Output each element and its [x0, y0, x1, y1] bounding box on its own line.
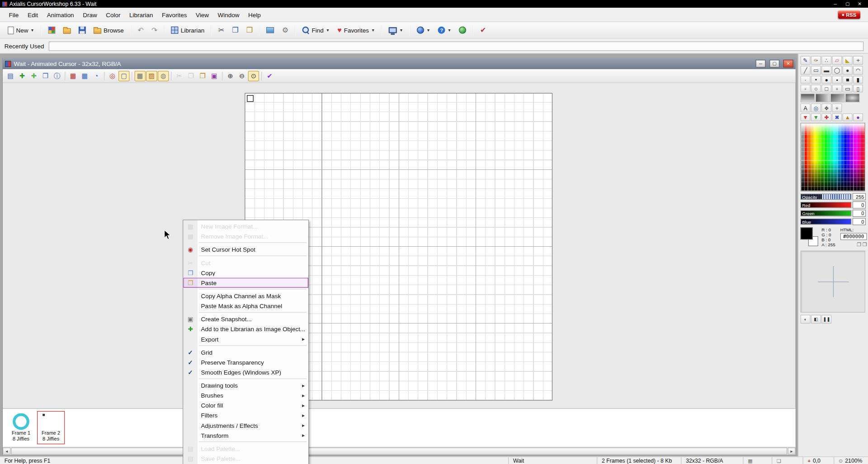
verify-button[interactable]: ✔ [477, 24, 490, 36]
menu-remove-image-format[interactable]: ▦ ✓ Remove Image Format... ► [183, 231, 308, 241]
eraser-tool[interactable]: ▱ [832, 56, 842, 65]
size-option-4[interactable]: ▪ [832, 76, 842, 84]
filled-rectangle-tool[interactable]: ▬ [821, 66, 831, 75]
zoom-fit-button[interactable]: ⊙ [248, 70, 259, 81]
fill-tool[interactable]: ◣ [843, 56, 853, 65]
find-button[interactable]: Find ▼ [299, 24, 333, 36]
menu-set-cursor-hot-spot[interactable]: ◉ ✓ Set Cursor Hot Spot ► [183, 244, 308, 254]
browse-button[interactable]: Browse [90, 24, 127, 36]
menu-new-image-format[interactable]: ▦ ✓ New Image Format... ► [183, 221, 308, 231]
document-maximize-button[interactable]: ▢ [769, 60, 779, 67]
menu-adjustments-effects[interactable]: ✓ Adjustments / Effects ► [183, 421, 308, 431]
menubar-item[interactable]: Draw [78, 9, 101, 20]
paste-button[interactable]: ❐ [243, 24, 256, 36]
menu-grid[interactable]: ✓ Grid ► [183, 347, 308, 357]
shape-option-1[interactable]: ◦ [801, 84, 811, 92]
channel-slider[interactable]: Blue [801, 219, 852, 225]
scrollbar-thumb[interactable] [11, 448, 787, 455]
new-dropdown-icon[interactable]: ▼ [30, 28, 34, 32]
shape-option-6[interactable]: ▯ [853, 84, 863, 92]
Frame 1[interactable]: Frame 1 8 Jiffies [7, 411, 35, 444]
channel-value[interactable]: 0 [853, 218, 866, 225]
palette-add-color-button[interactable]: ✚ [821, 113, 831, 121]
menu-color-fill[interactable]: ✓ Color fill ► [183, 401, 308, 411]
menubar-item[interactable]: File [5, 9, 23, 20]
menubar-item[interactable]: Help [244, 9, 265, 20]
recently-used-field[interactable] [48, 41, 863, 51]
paste-color-icon[interactable]: ❐ [863, 242, 867, 247]
airbrush-tool[interactable]: ∴ [821, 56, 831, 65]
size-option-6[interactable]: ▮ [853, 76, 863, 84]
copy-button[interactable]: ❐ [229, 24, 242, 36]
duplicate-frame-button[interactable]: ❐ [40, 70, 51, 81]
shape-option-2[interactable]: ○ [811, 84, 821, 92]
menu-create-snapshot[interactable]: ▣ ✓ Create Snapshot... ► [183, 314, 308, 324]
size-option-2[interactable]: • [811, 76, 821, 84]
gradient-style-button[interactable] [816, 94, 830, 103]
size-option-1[interactable]: · [801, 76, 811, 84]
librarian-button[interactable]: Librarian [168, 24, 208, 36]
Frame 2[interactable]: Frame 2 8 Jiffies [37, 411, 65, 444]
export-image-button[interactable] [263, 25, 278, 35]
menu-filters[interactable]: ✓ Filters ► [183, 411, 308, 421]
html-color-value[interactable]: #000000 [840, 233, 867, 240]
menu-preserve-transparency[interactable]: ✓ Preserve Transparency ► [183, 357, 308, 367]
librarian-add-button[interactable]: ▦ [67, 70, 78, 81]
minimize-button[interactable]: ─ [829, 0, 841, 7]
filled-ellipse-tool[interactable]: ● [843, 66, 853, 75]
add-frame-button[interactable]: ✚ [17, 70, 28, 81]
maximize-button[interactable]: ▢ [841, 0, 854, 7]
preview-background-button[interactable]: ◧ [811, 315, 821, 324]
close-button[interactable]: ✕ [854, 0, 866, 7]
smooth-toggle-button[interactable]: ◍ [158, 70, 169, 81]
menu-drawing-tools[interactable]: ✓ Drawing tools ► [183, 380, 308, 390]
document-minimize-button[interactable]: ─ [755, 60, 765, 67]
channel-slider[interactable]: Green [801, 210, 852, 216]
opacity-slider[interactable]: Opacity [801, 194, 852, 200]
menubar-item[interactable]: Animation [42, 9, 78, 20]
shape-option-3[interactable]: □ [821, 84, 831, 92]
menu-copy-alpha-as-mask[interactable]: ✓ Copy Alpha Channel as Mask ► [183, 291, 308, 301]
size-option-5[interactable]: ■ [843, 76, 853, 84]
channel-value[interactable]: 0 [853, 202, 866, 209]
menubar-item[interactable]: Window [213, 9, 244, 20]
menubar-item[interactable]: View [191, 9, 213, 20]
options-button[interactable]: ⚙ [279, 24, 292, 36]
menu-cut[interactable]: ✂ ✓ Cut ► [183, 258, 308, 268]
back-button[interactable]: ↶ [134, 24, 147, 36]
menubar-item[interactable]: Edit [23, 9, 42, 20]
status-grid-indicator[interactable]: ▦ [743, 457, 772, 464]
color-swatches[interactable] [801, 227, 820, 246]
save-button[interactable]: ▤ [5, 70, 16, 81]
cut-button[interactable]: ✂ [215, 24, 227, 36]
menu-brushes[interactable]: ✓ Brushes ► [183, 390, 308, 400]
arc-tool[interactable]: ◠ [853, 66, 863, 75]
grid-toggle-button[interactable]: ▦ [135, 70, 146, 81]
gradient-tool[interactable]: ❖ [821, 103, 831, 112]
librarian-extract-button[interactable]: ▦ [79, 70, 90, 81]
foreground-color-swatch[interactable] [801, 227, 813, 239]
brush-tool[interactable]: ✑ [811, 56, 821, 65]
copy-button[interactable]: ❐ [185, 70, 196, 81]
channel-value[interactable]: 0 [853, 210, 866, 217]
favorites-dropdown-icon[interactable]: ▼ [371, 28, 375, 32]
help-button[interactable]: ? ▼ [435, 24, 455, 36]
cut-button[interactable]: ✂ [174, 70, 184, 81]
screen-dropdown-icon[interactable]: ▼ [399, 28, 403, 32]
screen-mode-button[interactable]: ▼ [386, 25, 406, 35]
shape-option-5[interactable]: ▭ [843, 84, 853, 92]
open-button[interactable] [60, 24, 74, 36]
horizontal-scrollbar[interactable]: ◄ ► [3, 447, 795, 455]
palette-default-button[interactable]: ● [853, 113, 863, 121]
web-button[interactable]: ▼ [414, 24, 434, 36]
favorites-button[interactable]: ♥ Favorites ▼ [334, 24, 378, 36]
pencil-tool[interactable]: ✎ [801, 56, 811, 65]
palette-sort-button[interactable]: ▲ [843, 113, 853, 121]
paste-button[interactable]: ❐ [197, 70, 208, 81]
import-image-button[interactable]: ▣ [209, 70, 220, 81]
set-hotspot-button[interactable]: ◎ [107, 70, 118, 81]
menubar-item[interactable]: Favorites [157, 9, 191, 20]
draw-options-button[interactable]: ✔ [264, 70, 275, 81]
copy-color-icon[interactable]: ❐ [857, 242, 861, 247]
channel-slider[interactable]: Red [801, 202, 852, 208]
